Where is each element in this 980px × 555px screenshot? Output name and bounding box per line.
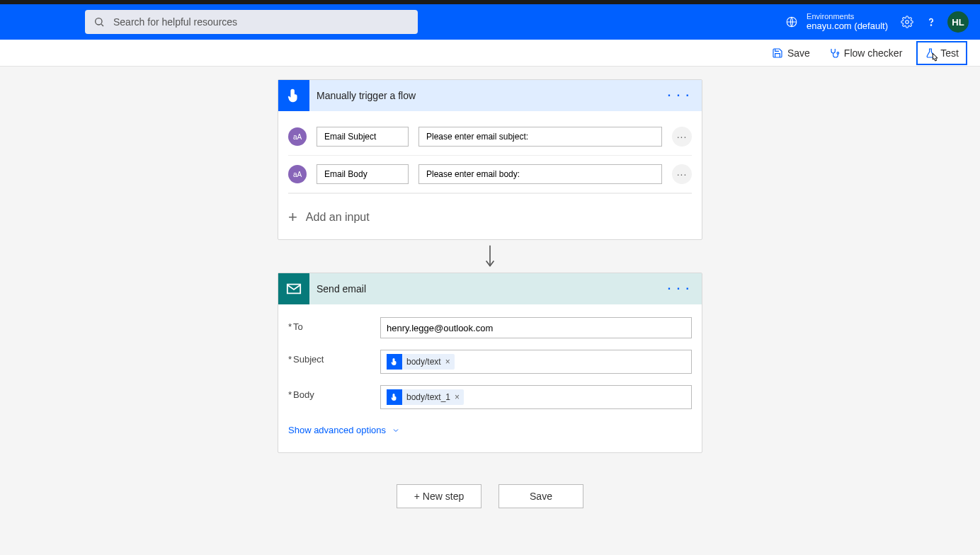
input-row-more-button[interactable]: ··· bbox=[672, 127, 692, 147]
trigger-input-row: aA Email Body Please enter email body: ·… bbox=[288, 156, 692, 193]
help-button[interactable] bbox=[919, 10, 943, 34]
show-advanced-options[interactable]: Show advanced options bbox=[288, 415, 692, 440]
svg-point-3 bbox=[906, 21, 909, 24]
input-name-field[interactable]: Email Subject bbox=[317, 127, 409, 147]
settings-button[interactable] bbox=[895, 10, 919, 34]
trigger-card: Manually trigger a flow · · · aA Email S… bbox=[278, 79, 702, 240]
flow-canvas: Manually trigger a flow · · · aA Email S… bbox=[0, 67, 980, 508]
svg-point-4 bbox=[930, 25, 931, 25]
body-field[interactable]: body/text_1 × bbox=[380, 385, 692, 409]
trigger-title: Manually trigger a flow bbox=[309, 90, 656, 101]
touch-icon bbox=[286, 88, 302, 103]
token-remove-icon[interactable]: × bbox=[445, 357, 450, 367]
to-label: *To bbox=[288, 317, 380, 332]
to-field[interactable]: henry.legge@outlook.com bbox=[380, 317, 692, 338]
trigger-input-row: aA Email Subject Please enter email subj… bbox=[288, 118, 692, 156]
token-trigger-icon bbox=[387, 389, 402, 405]
subject-label: *Subject bbox=[288, 350, 380, 365]
email-header[interactable]: Send email · · · bbox=[278, 273, 702, 304]
environment-selector[interactable]: Environments enayu.com (default) bbox=[785, 12, 888, 32]
dynamic-content-token[interactable]: body/text_1 × bbox=[387, 389, 464, 405]
environment-name: enayu.com (default) bbox=[807, 21, 888, 32]
trigger-icon-box bbox=[278, 80, 309, 111]
search-placeholder: Search for helpful resources bbox=[113, 16, 237, 28]
text-type-icon: aA bbox=[288, 127, 307, 146]
trigger-more-button[interactable]: · · · bbox=[656, 89, 702, 102]
input-name-field[interactable]: Email Body bbox=[317, 164, 409, 184]
search-input[interactable]: Search for helpful resources bbox=[85, 10, 418, 34]
dynamic-content-token[interactable]: body/text × bbox=[387, 354, 455, 370]
footer-save-button[interactable]: Save bbox=[498, 484, 583, 508]
test-button[interactable]: Test bbox=[916, 41, 967, 65]
body-label: *Body bbox=[288, 385, 380, 400]
chevron-down-icon bbox=[392, 426, 400, 435]
email-icon-box bbox=[278, 273, 309, 304]
mail-icon bbox=[286, 281, 302, 297]
search-icon bbox=[93, 16, 105, 28]
environment-icon bbox=[785, 16, 798, 28]
new-step-button[interactable]: + New step bbox=[397, 484, 482, 508]
trigger-header[interactable]: Manually trigger a flow · · · bbox=[278, 80, 702, 111]
add-input-button[interactable]: + Add an input bbox=[288, 204, 692, 227]
environment-label: Environments bbox=[807, 12, 888, 21]
gear-icon bbox=[901, 16, 913, 28]
connector-arrow bbox=[278, 240, 702, 273]
help-icon bbox=[925, 16, 938, 28]
svg-point-5 bbox=[837, 52, 839, 54]
user-avatar[interactable]: HL bbox=[947, 11, 969, 33]
toolbar: Save Flow checker Test bbox=[0, 40, 980, 67]
cursor-icon bbox=[929, 52, 940, 67]
input-prompt-field[interactable]: Please enter email subject: bbox=[418, 127, 662, 147]
plus-icon: + bbox=[288, 208, 297, 227]
input-prompt-field[interactable]: Please enter email body: bbox=[418, 164, 662, 184]
subject-field[interactable]: body/text × bbox=[380, 350, 692, 374]
save-button[interactable]: Save bbox=[768, 45, 814, 62]
svg-line-1 bbox=[101, 24, 103, 26]
flow-checker-button[interactable]: Flow checker bbox=[824, 45, 906, 62]
email-more-button[interactable]: · · · bbox=[656, 282, 702, 295]
input-row-more-button[interactable]: ··· bbox=[672, 164, 692, 184]
text-type-icon: aA bbox=[288, 165, 307, 183]
email-card: Send email · · · *To henry.legge@outlook… bbox=[278, 273, 702, 453]
token-remove-icon[interactable]: × bbox=[455, 392, 460, 402]
stethoscope-icon bbox=[828, 47, 840, 59]
app-header: Search for helpful resources Environment… bbox=[0, 4, 980, 40]
email-title: Send email bbox=[309, 283, 656, 294]
token-trigger-icon bbox=[387, 354, 402, 370]
save-icon bbox=[772, 47, 783, 59]
footer-actions: + New step Save bbox=[0, 484, 980, 508]
svg-point-0 bbox=[96, 18, 102, 25]
